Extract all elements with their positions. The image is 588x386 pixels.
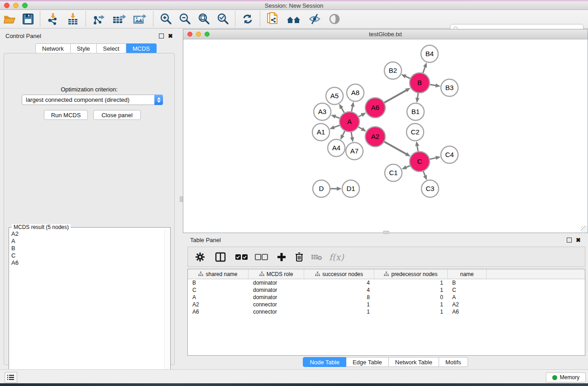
run-mcds-button[interactable]: Run MCDS bbox=[44, 110, 88, 120]
graph-edge[interactable] bbox=[352, 106, 353, 111]
mcds-result-list[interactable]: A2ABCA6 bbox=[10, 230, 164, 382]
graph-edge[interactable] bbox=[335, 116, 339, 118]
table-row[interactable]: Cdominator41C bbox=[188, 286, 585, 294]
table-cell[interactable]: 4 bbox=[304, 280, 374, 286]
table-cell[interactable]: B bbox=[448, 280, 487, 286]
graph-edge[interactable] bbox=[405, 76, 410, 78]
node-table[interactable]: shared nameMCDS rolesuccessor nodesprede… bbox=[187, 269, 585, 356]
result-list-item[interactable]: A bbox=[10, 238, 164, 245]
float-panel-icon[interactable] bbox=[159, 33, 164, 38]
zoom-out-button[interactable] bbox=[175, 12, 194, 26]
tab-mcds[interactable]: MCDS bbox=[126, 43, 157, 53]
deselect-all-button[interactable] bbox=[255, 253, 268, 261]
zoom-fit-button[interactable] bbox=[194, 12, 213, 26]
graph-edge[interactable] bbox=[430, 158, 436, 159]
close-panel-button[interactable]: Close panel bbox=[93, 110, 141, 120]
float-table-panel-icon[interactable] bbox=[567, 238, 572, 243]
column-header-successor-nodes[interactable]: successor nodes bbox=[304, 269, 374, 279]
close-table-panel-icon[interactable]: ✖ bbox=[576, 238, 581, 243]
criterion-select[interactable]: largest connected component (directed) bbox=[22, 95, 163, 105]
function-builder-button[interactable]: f(x) bbox=[329, 252, 344, 262]
delete-column-button[interactable] bbox=[295, 252, 304, 262]
select-all-button[interactable] bbox=[235, 253, 249, 261]
graph-edge[interactable] bbox=[384, 90, 406, 103]
tab-motifs[interactable]: Motifs bbox=[439, 357, 468, 367]
table-cell[interactable]: C bbox=[188, 287, 249, 293]
tab-network-table[interactable]: Network Table bbox=[389, 357, 439, 367]
hide-graphics-button[interactable] bbox=[305, 12, 325, 26]
table-cell[interactable]: A bbox=[188, 294, 249, 300]
home-layout-button[interactable] bbox=[283, 12, 305, 26]
table-row[interactable]: A2connector11A2 bbox=[188, 301, 585, 308]
graph-edge[interactable] bbox=[351, 132, 352, 138]
tab-select[interactable]: Select bbox=[97, 43, 126, 53]
mcds-result-scrollbar[interactable] bbox=[164, 229, 169, 382]
graph-edge[interactable] bbox=[384, 142, 406, 154]
result-list-item[interactable]: A6 bbox=[10, 259, 164, 267]
result-list-item[interactable]: A2 bbox=[10, 230, 164, 238]
clone-network-button[interactable] bbox=[263, 12, 283, 26]
result-list-item[interactable]: B bbox=[10, 245, 164, 252]
table-cell[interactable]: dominator bbox=[249, 294, 304, 300]
column-view-button[interactable] bbox=[215, 252, 226, 262]
show-graphics-button[interactable] bbox=[325, 12, 344, 26]
zoom-in-button[interactable] bbox=[156, 12, 175, 26]
graph-edge[interactable] bbox=[334, 125, 339, 128]
graph-edge[interactable] bbox=[430, 85, 436, 86]
horizontal-splitter-handle[interactable] bbox=[383, 231, 389, 234]
tab-network[interactable]: Network bbox=[35, 43, 71, 53]
close-panel-icon[interactable]: ✖ bbox=[168, 33, 173, 38]
table-cell[interactable]: C bbox=[448, 287, 487, 293]
save-session-button[interactable] bbox=[19, 12, 37, 26]
result-list-item[interactable]: C bbox=[10, 252, 164, 259]
refresh-button[interactable] bbox=[238, 12, 257, 26]
open-session-button[interactable] bbox=[0, 12, 19, 26]
column-header-MCDS-role[interactable]: MCDS role bbox=[249, 269, 304, 279]
table-row[interactable]: Adominator80A bbox=[188, 294, 585, 301]
graph-edge[interactable] bbox=[342, 131, 344, 136]
memory-button[interactable]: Memory bbox=[546, 372, 586, 382]
delete-table-button[interactable] bbox=[311, 253, 323, 261]
graph-edge[interactable] bbox=[406, 166, 410, 167]
table-cell[interactable]: A2 bbox=[188, 301, 249, 308]
graph-edge[interactable] bbox=[417, 146, 418, 152]
table-cell[interactable]: 1 bbox=[374, 280, 448, 286]
tab-node-table[interactable]: Node Table bbox=[303, 357, 346, 367]
graph-edge[interactable] bbox=[359, 115, 362, 117]
network-window-titlebar[interactable]: testGlobe.txt bbox=[183, 29, 588, 39]
tab-style[interactable]: Style bbox=[71, 43, 97, 53]
window-resize-grip[interactable] bbox=[581, 226, 587, 232]
export-network-button[interactable] bbox=[89, 12, 109, 26]
table-cell[interactable]: 1 bbox=[374, 309, 448, 315]
tab-edge-table[interactable]: Edge Table bbox=[346, 357, 389, 367]
column-header-predecessor-nodes[interactable]: predecessor nodes bbox=[374, 269, 448, 279]
import-network-button[interactable] bbox=[43, 12, 63, 26]
column-header-name[interactable]: name bbox=[448, 269, 487, 279]
graph-edge[interactable] bbox=[417, 93, 418, 99]
table-cell[interactable]: dominator bbox=[249, 280, 304, 286]
table-cell[interactable]: A2 bbox=[448, 301, 487, 308]
table-cell[interactable]: A6 bbox=[448, 309, 487, 315]
table-cell[interactable]: 1 bbox=[304, 309, 374, 315]
table-cell[interactable]: connector bbox=[249, 301, 304, 308]
zoom-selected-button[interactable] bbox=[213, 12, 232, 26]
export-image-button[interactable] bbox=[129, 12, 150, 26]
table-cell[interactable]: B bbox=[188, 280, 249, 286]
table-cell[interactable]: 4 bbox=[304, 287, 374, 293]
table-cell[interactable]: 1 bbox=[374, 287, 448, 293]
graph-edge[interactable] bbox=[341, 108, 344, 113]
table-cell[interactable]: A bbox=[448, 294, 487, 300]
add-column-button[interactable] bbox=[277, 252, 287, 262]
table-cell[interactable]: A6 bbox=[188, 309, 249, 315]
table-cell[interactable]: dominator bbox=[249, 287, 304, 293]
vertical-splitter-handle[interactable] bbox=[180, 196, 183, 202]
task-history-button[interactable] bbox=[5, 372, 17, 383]
table-row[interactable]: Bdominator41B bbox=[188, 279, 585, 286]
graph-edge[interactable] bbox=[359, 127, 363, 129]
gear-button[interactable] bbox=[195, 252, 205, 262]
import-table-button[interactable] bbox=[63, 12, 83, 26]
graph-edge[interactable] bbox=[423, 171, 425, 176]
table-row[interactable]: A6connector11A6 bbox=[188, 308, 585, 315]
table-cell[interactable]: 0 bbox=[374, 294, 448, 300]
table-cell[interactable]: 1 bbox=[304, 301, 374, 308]
